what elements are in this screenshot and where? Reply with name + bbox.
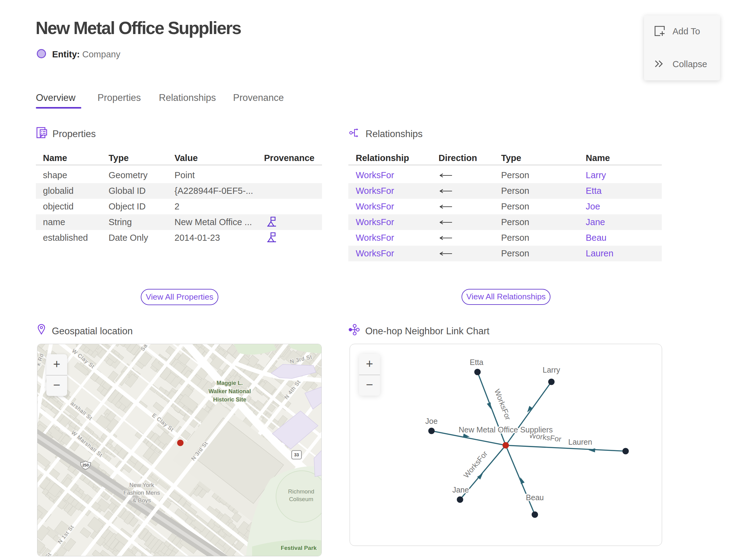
svg-text:WorksFor: WorksFor — [462, 449, 489, 479]
svg-text:WorksFor: WorksFor — [493, 388, 512, 421]
svg-text:Lauren: Lauren — [568, 438, 592, 446]
svg-text:Festival Park: Festival Park — [281, 545, 317, 551]
svg-text:New Metal Office Suppliers: New Metal Office Suppliers — [458, 425, 553, 434]
svg-text:Joe: Joe — [425, 417, 438, 425]
svg-text:33: 33 — [294, 452, 299, 457]
svg-text:Etta: Etta — [470, 358, 484, 366]
svg-text:Jane: Jane — [452, 485, 469, 494]
svg-text:Beau: Beau — [526, 493, 544, 502]
svg-text:250: 250 — [82, 463, 89, 467]
svg-text:Larry: Larry — [543, 366, 560, 374]
